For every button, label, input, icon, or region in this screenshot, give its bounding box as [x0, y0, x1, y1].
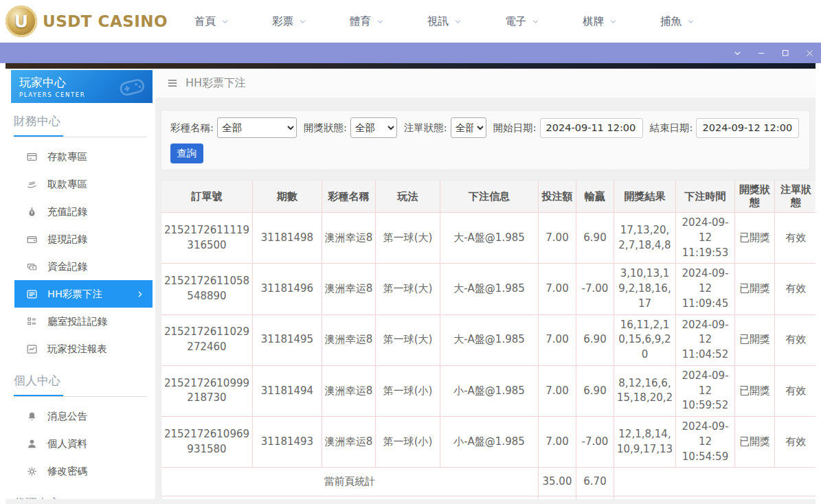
nav-item-live[interactable]: 視訊	[406, 14, 484, 29]
brand-name: USDT CASINO	[43, 12, 168, 30]
cell-order-no: 2152172610969931580	[161, 417, 252, 468]
cell-order-status: 有效	[774, 366, 816, 417]
lottery-name-label: 彩種名稱:	[170, 122, 214, 135]
order-status-select[interactable]: 全部	[451, 117, 486, 138]
window-titlebar	[0, 43, 821, 63]
horizontal-scrollbar[interactable]	[5, 499, 816, 504]
page-title: HH彩票下注	[185, 76, 246, 91]
cell-bet-amount: 7.00	[538, 417, 576, 468]
start-date-input[interactable]	[540, 118, 643, 138]
sidebar-item-withdraw-zone[interactable]: 取款專區	[5, 170, 155, 198]
end-date-input[interactable]	[696, 118, 799, 138]
chevron-down-icon	[298, 17, 307, 26]
clipboard-icon	[26, 316, 38, 328]
cell-draw-result: 16,11,2,10,15,6,9,20	[614, 315, 675, 366]
summary-row-current-page: 當前頁統計35.006.70	[161, 468, 816, 496]
cell-bet-time: 2024-09-12 11:19:53	[675, 213, 734, 264]
cell-order-no: 2152172611058548890	[161, 264, 252, 314]
summary-win-loss: 6.70	[576, 496, 614, 499]
cell-draw-result: 3,10,13,19,2,18,16,17	[614, 264, 675, 314]
bell-icon	[26, 411, 38, 422]
sidebar-item-profile[interactable]: 個人資料	[5, 430, 155, 457]
nav-item-fishing[interactable]: 捕魚	[639, 14, 717, 29]
column-header-bet-amount: 投注額	[538, 181, 576, 213]
filter-panel: 彩種名稱: 全部 開獎狀態: 全部 注單狀態: 全部 開始日期: 結束日期: 查…	[161, 110, 810, 170]
search-button[interactable]: 查詢	[170, 144, 203, 163]
cell-draw-result: 12,1,8,14,10,9,17,13	[614, 417, 675, 468]
sidebar-item-label: 充值記錄	[47, 205, 87, 218]
user-icon	[26, 438, 38, 450]
cell-bet-time: 2024-09-12 11:04:52	[675, 315, 734, 366]
nav-item-label: 電子	[505, 14, 526, 29]
sidebar-item-room-bet-records[interactable]: 廳室投註記錄	[5, 308, 155, 335]
lottery-name-select[interactable]: 全部	[217, 117, 297, 138]
sidebar-section-divider	[14, 395, 147, 397]
cell-lottery-name: 澳洲幸运8	[322, 366, 375, 417]
sidebar-item-label: 個人資料	[47, 437, 87, 450]
cell-bet-info: 大-A盤@1.985	[440, 315, 538, 366]
cell-lottery-name: 澳洲幸运8	[322, 417, 375, 468]
chevron-down-icon	[686, 17, 695, 26]
cell-order-status: 有效	[774, 315, 816, 366]
summary-row-total: 總統計35.006.70	[161, 496, 816, 499]
cell-play-type: 第一球(大)	[375, 264, 440, 314]
cell-win-loss: 6.90	[576, 315, 614, 366]
window-maximize-icon[interactable]	[776, 45, 794, 60]
nav-item-label: 體育	[350, 14, 371, 29]
table-row: 215217261111931650031181498澳洲幸运8第一球(大)大-…	[161, 213, 816, 264]
cell-lottery-name: 澳洲幸运8	[322, 315, 375, 366]
cell-play-type: 第一球(小)	[375, 366, 440, 417]
table-row: 215217261096993158031181493澳洲幸运8第一球(小)小-…	[161, 417, 816, 468]
window-minimize-icon[interactable]	[752, 45, 770, 60]
window-close-icon[interactable]	[800, 45, 818, 60]
cell-play-type: 第一球(大)	[375, 315, 440, 366]
cell-order-no: 2152172610999218730	[161, 366, 252, 417]
sidebar-item-change-password[interactable]: 修改密碼	[5, 457, 155, 485]
summary-bet-amount: 35.00	[538, 468, 576, 496]
cell-period: 31181496	[252, 264, 322, 314]
players-center-header: 玩家中心 PLAYERS CENTER	[11, 70, 153, 103]
cell-bet-info: 大-A盤@1.985	[440, 213, 538, 264]
cell-bet-amount: 7.00	[538, 264, 576, 314]
window-dropdown-icon[interactable]	[728, 45, 746, 60]
cell-win-loss: 6.90	[576, 366, 614, 417]
sidebar-item-hh-lottery-bets[interactable]: HH彩票下注	[14, 280, 153, 308]
sidebar-item-withdrawal-records[interactable]: 提現記錄	[5, 225, 155, 253]
sidebar-item-deposit-zone[interactable]: 存款專區	[5, 143, 155, 170]
chevron-down-icon	[531, 17, 540, 26]
cell-period: 31181494	[252, 366, 322, 417]
cell-period: 31181495	[252, 315, 322, 366]
draw-status-select[interactable]: 全部	[350, 117, 397, 138]
sidebar-item-player-bet-report[interactable]: 玩家投注報表	[5, 335, 155, 363]
bets-table-panel: 訂單號期數彩種名稱玩法下注信息投注額輸贏開獎結果下注時間開獎狀態注單狀態2152…	[161, 180, 810, 499]
summary-label: 總統計	[161, 496, 538, 499]
cell-period: 31181498	[252, 213, 322, 264]
column-header-bet-info: 下注信息	[440, 181, 538, 213]
sidebar-item-announcements[interactable]: 消息公告	[5, 402, 155, 430]
window-background-strip	[5, 63, 816, 69]
chevron-down-icon	[376, 17, 385, 26]
sidebar-section-title: 個人中心	[14, 373, 147, 389]
summary-spacer	[614, 468, 816, 496]
chevron-down-icon	[453, 17, 462, 26]
cell-bet-info: 小-A盤@1.985	[440, 366, 538, 417]
nav-item-sports[interactable]: 體育	[328, 14, 406, 29]
nav-item-label: 捕魚	[660, 14, 682, 29]
chevron-down-icon	[609, 17, 618, 26]
nav-item-label: 棋牌	[583, 14, 604, 29]
column-header-play-type: 玩法	[375, 181, 440, 213]
menu-toggle-icon[interactable]	[166, 77, 179, 89]
money-bag-icon	[26, 206, 38, 218]
nav-item-home[interactable]: 首頁	[173, 14, 251, 29]
draw-status-label: 開獎狀態:	[304, 122, 347, 135]
sidebar-item-funds-records[interactable]: 資金記錄	[5, 253, 155, 280]
sidebar-item-recharge-records[interactable]: 充值記錄	[5, 198, 155, 225]
nav-item-chess[interactable]: 棋牌	[561, 14, 639, 29]
cell-win-loss: 6.90	[576, 213, 614, 264]
hand-money-icon	[26, 179, 38, 190]
nav-item-slots[interactable]: 電子	[484, 14, 561, 29]
order-status-label: 注單狀態:	[404, 122, 447, 135]
cell-win-loss: -7.00	[576, 417, 614, 468]
cell-order-status: 有效	[774, 213, 816, 264]
nav-item-lottery[interactable]: 彩票	[251, 14, 328, 29]
